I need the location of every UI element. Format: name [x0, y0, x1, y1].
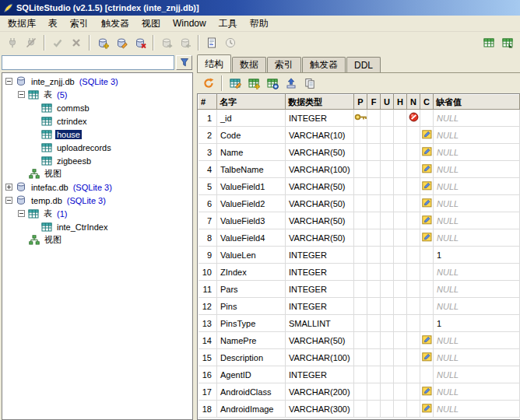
pk-cell[interactable]	[354, 401, 367, 418]
column-type-cell[interactable]: INTEGER	[286, 281, 354, 298]
collate-cell[interactable]	[420, 298, 434, 315]
notnull-cell[interactable]	[407, 349, 420, 366]
tree-item-commsb[interactable]: commsb	[2, 101, 192, 114]
fk-cell[interactable]	[367, 401, 381, 418]
unique-cell[interactable]	[381, 144, 394, 161]
collate-cell[interactable]	[420, 247, 434, 264]
notnull-cell[interactable]	[407, 264, 420, 281]
filter-button[interactable]	[176, 55, 192, 70]
pk-cell[interactable]	[354, 264, 367, 281]
edit-columns-icon[interactable]	[226, 74, 244, 93]
column-type-cell[interactable]: VARCHAR(100)	[286, 161, 354, 178]
tree-item-tables-temp[interactable]: 表(1)	[2, 207, 192, 220]
default-value-cell[interactable]: NULL	[434, 229, 520, 247]
default-value-cell[interactable]: NULL	[434, 264, 520, 281]
column-type-cell[interactable]: VARCHAR(50)	[286, 178, 354, 195]
fk-cell[interactable]	[367, 229, 381, 247]
column-name-cell[interactable]: Code	[217, 127, 286, 144]
default-value-cell[interactable]: NULL	[434, 195, 520, 212]
row-number-cell[interactable]: 16	[199, 366, 217, 383]
collate-cell[interactable]	[420, 229, 434, 247]
row-number-cell[interactable]: 15	[199, 349, 217, 366]
row-number-cell[interactable]: 8	[199, 229, 217, 247]
collate-cell[interactable]	[420, 281, 434, 298]
refresh-structure-icon[interactable]	[199, 74, 218, 93]
notnull-cell[interactable]	[407, 281, 420, 298]
check-cell[interactable]	[394, 281, 407, 298]
column-name-cell[interactable]: ValueField3	[217, 212, 286, 229]
edit-database-icon[interactable]	[112, 33, 131, 52]
default-value-cell[interactable]: NULL	[434, 349, 520, 366]
pk-cell[interactable]	[354, 383, 367, 401]
column-type-cell[interactable]: VARCHAR(50)	[286, 332, 354, 349]
column-name-cell[interactable]: _id	[217, 110, 286, 127]
fk-cell[interactable]	[367, 383, 381, 401]
notnull-cell[interactable]	[407, 401, 420, 418]
column-type-cell[interactable]: INTEGER	[286, 298, 354, 315]
fk-cell[interactable]	[367, 281, 381, 298]
default-value-cell[interactable]: NULL	[434, 127, 520, 144]
menu-item-7[interactable]: 帮助	[244, 15, 275, 33]
tab-ddl[interactable]: DDL	[346, 57, 381, 72]
row-number-cell[interactable]: 2	[199, 127, 217, 144]
pk-cell[interactable]	[354, 178, 367, 195]
fk-cell[interactable]	[367, 264, 381, 281]
unique-cell[interactable]	[381, 264, 394, 281]
row-number-cell[interactable]: 6	[199, 195, 217, 212]
default-value-cell[interactable]: NULL	[434, 366, 520, 383]
pk-cell[interactable]	[354, 281, 367, 298]
tree-item-ctrindex[interactable]: ctrindex	[2, 114, 192, 128]
add-column-icon[interactable]	[244, 74, 263, 93]
column-name-cell[interactable]: ZIndex	[217, 264, 286, 281]
row-number-cell[interactable]: 7	[199, 212, 217, 229]
column-name-cell[interactable]: Description	[217, 349, 286, 366]
collate-cell[interactable]	[420, 401, 434, 418]
menu-item-6[interactable]: 工具	[213, 15, 244, 33]
row-number-cell[interactable]: 13	[199, 315, 217, 332]
column-name-cell[interactable]: Pars	[217, 281, 286, 298]
pk-cell[interactable]	[354, 212, 367, 229]
insert-column-icon[interactable]	[263, 74, 282, 93]
collapse-icon[interactable]	[5, 197, 12, 204]
column-name-cell[interactable]: AndroidClass	[217, 383, 286, 401]
pk-cell[interactable]	[354, 366, 367, 383]
tab-data[interactable]: 数据	[232, 57, 266, 72]
check-cell[interactable]	[394, 298, 407, 315]
column-type-cell[interactable]: VARCHAR(50)	[286, 144, 354, 161]
tree-item-views-inte-znjj[interactable]: 视图	[2, 167, 192, 180]
column-name-cell[interactable]: NamePre	[217, 332, 286, 349]
open-table-window-icon[interactable]	[480, 33, 498, 52]
menu-item-5[interactable]: Window	[167, 16, 213, 31]
column-name-cell[interactable]: PinsType	[217, 315, 286, 332]
tab-triggers[interactable]: 触发器	[302, 57, 346, 72]
check-cell[interactable]	[394, 229, 407, 247]
unique-cell[interactable]	[381, 281, 394, 298]
column-type-cell[interactable]: VARCHAR(300)	[286, 401, 354, 418]
tree-item-uploadrecords[interactable]: uploadrecords	[2, 141, 192, 154]
collate-cell[interactable]	[420, 349, 434, 366]
row-number-cell[interactable]: 9	[199, 247, 217, 264]
unique-cell[interactable]	[381, 315, 394, 332]
collate-cell[interactable]	[420, 195, 434, 212]
menu-item-3[interactable]: 触发器	[95, 15, 135, 33]
default-value-cell[interactable]: NULL	[434, 401, 520, 418]
collate-cell[interactable]	[420, 264, 434, 281]
collate-cell[interactable]	[420, 178, 434, 195]
unique-cell[interactable]	[381, 127, 394, 144]
row-number-cell[interactable]: 1	[199, 110, 217, 127]
tree-filter-input[interactable]	[2, 55, 174, 70]
pk-cell[interactable]	[354, 349, 367, 366]
check-cell[interactable]	[394, 332, 407, 349]
check-cell[interactable]	[394, 161, 407, 178]
notnull-cell[interactable]	[407, 383, 420, 401]
tab-index[interactable]: 索引	[267, 57, 301, 72]
collate-cell[interactable]	[420, 110, 434, 127]
fk-cell[interactable]	[367, 110, 381, 127]
check-cell[interactable]	[394, 127, 407, 144]
column-name-cell[interactable]: Pins	[217, 298, 286, 315]
notnull-cell[interactable]	[407, 366, 420, 383]
collate-cell[interactable]	[420, 366, 434, 383]
check-cell[interactable]	[394, 264, 407, 281]
fk-cell[interactable]	[367, 178, 381, 195]
unique-cell[interactable]	[381, 298, 394, 315]
